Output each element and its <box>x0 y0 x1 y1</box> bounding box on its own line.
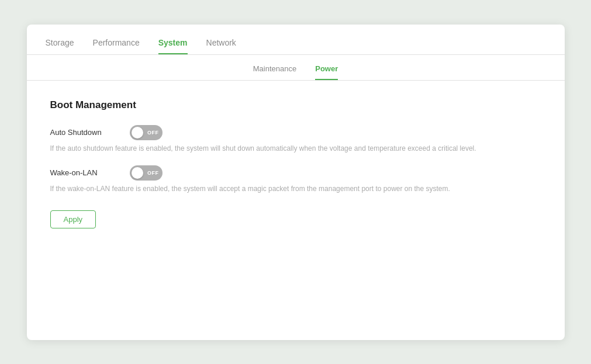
content-area: Boot Management Auto Shutdown OFF If the… <box>27 81 565 247</box>
main-window: Storage Performance System Network Maint… <box>27 25 565 340</box>
auto-shutdown-desc: If the auto shutdown feature is enabled,… <box>50 143 506 154</box>
apply-button[interactable]: Apply <box>50 210 96 228</box>
wake-on-lan-label: Wake-on-LAN <box>50 168 120 177</box>
wake-on-lan-off-label: OFF <box>147 170 159 176</box>
auto-shutdown-label: Auto Shutdown <box>50 128 120 137</box>
auto-shutdown-off-label: OFF <box>147 130 159 136</box>
wake-on-lan-row: Wake-on-LAN OFF If the wake-on-LAN featu… <box>50 165 541 194</box>
subtab-power[interactable]: Power <box>315 64 338 80</box>
wake-on-lan-toggle[interactable]: OFF <box>130 165 163 181</box>
tab-storage[interactable]: Storage <box>46 38 74 54</box>
auto-shutdown-row: Auto Shutdown OFF If the auto shutdown f… <box>50 125 541 154</box>
section-title: Boot Management <box>50 99 541 111</box>
tab-performance[interactable]: Performance <box>93 38 140 54</box>
sub-nav: Maintenance Power <box>27 55 565 81</box>
top-nav: Storage Performance System Network <box>27 25 565 55</box>
tab-system[interactable]: System <box>158 38 188 54</box>
wake-on-lan-desc: If the wake-on-LAN feature is enabled, t… <box>50 183 506 194</box>
subtab-maintenance[interactable]: Maintenance <box>253 64 296 80</box>
auto-shutdown-toggle[interactable]: OFF <box>130 125 163 140</box>
tab-network[interactable]: Network <box>206 38 236 54</box>
